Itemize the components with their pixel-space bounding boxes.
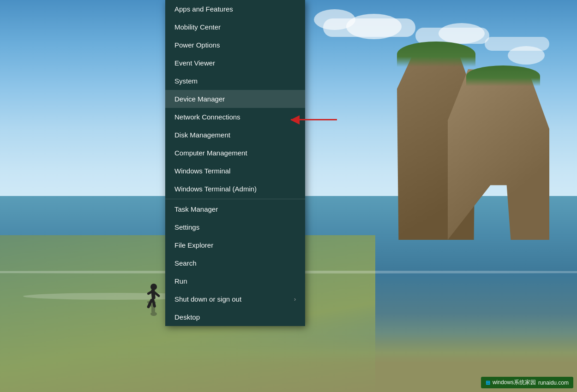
menu-item-desktop[interactable]: Desktop [165, 308, 305, 326]
menu-item-label-mobility-center: Mobility Center [174, 23, 221, 31]
menu-item-label-device-manager: Device Manager [174, 95, 225, 103]
watermark-windows-icon: ⊞ [486, 380, 490, 386]
menu-item-label-system: System [174, 77, 198, 85]
menu-item-label-network-connections: Network Connections [174, 113, 240, 121]
submenu-chevron-shut-down-sign-out: › [294, 296, 296, 303]
menu-item-label-shut-down-sign-out: Shut down or sign out [174, 295, 241, 303]
menu-item-label-task-manager: Task Manager [174, 205, 218, 213]
menu-item-run[interactable]: Run [165, 272, 305, 290]
menu-item-task-manager[interactable]: Task Manager [165, 200, 305, 218]
menu-item-file-explorer[interactable]: File Explorer [165, 236, 305, 254]
arrow-line [291, 119, 337, 120]
menu-item-label-event-viewer: Event Viewer [174, 59, 215, 67]
menu-item-label-computer-management: Computer Management [174, 149, 247, 157]
menu-item-label-run: Run [174, 277, 187, 285]
watermark-url: runaidu.com [538, 380, 569, 386]
menu-item-event-viewer[interactable]: Event Viewer [165, 54, 305, 72]
watermark: ⊞ windows系统家园 runaidu.com [481, 377, 573, 388]
cloud-3 [314, 9, 355, 30]
menu-item-label-apps-features: Apps and Features [174, 5, 233, 13]
menu-item-computer-management[interactable]: Computer Management [165, 144, 305, 162]
menu-item-mobility-center[interactable]: Mobility Center [165, 18, 305, 36]
menu-item-label-windows-terminal-admin: Windows Terminal (Admin) [174, 185, 257, 193]
menu-item-device-manager[interactable]: Device Manager [165, 90, 305, 108]
menu-item-label-disk-management: Disk Management [174, 131, 230, 139]
menu-item-label-file-explorer: File Explorer [174, 241, 213, 249]
menu-item-label-search: Search [174, 259, 197, 267]
menu-divider-after-windows-terminal-admin [165, 199, 305, 199]
menu-item-shut-down-sign-out[interactable]: Shut down or sign out› [165, 290, 305, 308]
menu-item-label-windows-terminal: Windows Terminal [174, 167, 230, 175]
menu-item-settings[interactable]: Settings [165, 218, 305, 236]
menu-item-label-settings: Settings [174, 223, 199, 231]
cloud-7 [508, 46, 545, 65]
menu-item-windows-terminal[interactable]: Windows Terminal [165, 162, 305, 180]
menu-item-windows-terminal-admin[interactable]: Windows Terminal (Admin) [165, 180, 305, 198]
menu-item-apps-features[interactable]: Apps and Features [165, 0, 305, 18]
menu-item-search[interactable]: Search [165, 254, 305, 272]
cloud-5 [439, 23, 485, 44]
arrow-indicator [291, 119, 337, 120]
menu-item-disk-management[interactable]: Disk Management [165, 126, 305, 144]
menu-item-label-desktop: Desktop [174, 313, 200, 321]
rock-1-vegetation [397, 42, 475, 67]
menu-item-network-connections[interactable]: Network Connections [165, 108, 305, 126]
context-menu: Apps and FeaturesMobility CenterPower Op… [165, 0, 305, 326]
watermark-text: windows系统家园 [493, 379, 536, 386]
menu-item-power-options[interactable]: Power Options [165, 36, 305, 54]
menu-item-system[interactable]: System [165, 72, 305, 90]
rock-2-vegetation [466, 65, 540, 86]
menu-item-label-power-options: Power Options [174, 41, 220, 49]
